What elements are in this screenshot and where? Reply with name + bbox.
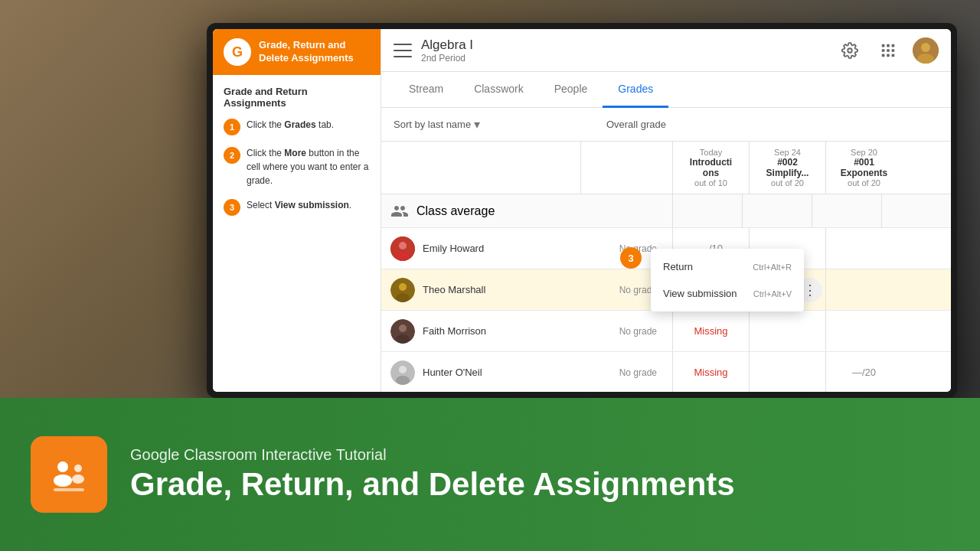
emily-avatar [390,236,415,261]
main-content: Algebra I 2nd Period [381,29,951,392]
emily-grade-3[interactable] [825,228,902,269]
sidebar-header: G Grade, Return andDelete Assignments [213,29,381,75]
assign-2-name: #002Simplify... [756,157,819,178]
svg-point-11 [921,43,930,52]
bottom-subtitle: Google Classroom Interactive Tutorial [130,446,735,464]
svg-point-14 [399,242,407,249]
svg-point-29 [72,474,84,484]
svg-rect-9 [892,54,895,57]
assignment-3-header: Sep 20 #001Exponents out of 20 [825,142,902,194]
class-period: 2nd Period [421,53,836,64]
assign-3-points: out of 20 [832,178,896,187]
class-name: Algebra I [421,37,836,53]
svg-point-21 [396,334,410,344]
faith-overall: No grade [619,326,663,337]
hunter-name: Hunter O'Neil [423,367,612,378]
faith-grade-1[interactable]: Missing [672,311,749,351]
classroom-icon-box [31,436,107,513]
bottom-title: Grade, Return, and Delete Assignments [130,467,735,502]
assign-1-points: out of 10 [679,178,743,187]
hamburger-icon[interactable] [394,44,412,57]
bottom-overlay: Google Classroom Interactive Tutorial Gr… [0,398,980,551]
sort-arrow-icon: ▾ [474,117,480,132]
bottom-text: Google Classroom Interactive Tutorial Gr… [130,446,735,502]
step-3-badge: 3 [620,247,642,269]
hunter-overall: No grade [619,367,663,378]
settings-icon[interactable] [836,37,864,64]
theo-info: Theo Marshall No grade [381,269,672,310]
user-avatar[interactable] [913,37,939,64]
faith-grade-3[interactable] [825,311,902,351]
google-g-icon: G [232,44,243,60]
hunter-grade-2[interactable] [749,352,825,392]
svg-rect-5 [887,49,890,52]
student-row-faith: Faith Morrison No grade Missing [381,311,951,352]
hunter-grade-1[interactable]: Missing [672,352,749,392]
assign-3-date: Sep 20 [832,148,896,157]
step-1-text: Click the Grades tab. [247,118,334,132]
assign-1-date: Today [679,148,743,157]
svg-point-18 [396,293,410,302]
people-group-icon [390,202,409,220]
tab-stream[interactable]: Stream [394,72,459,108]
svg-rect-30 [54,488,84,491]
assign-2-date: Sep 24 [756,148,819,157]
sort-control: Sort by last name ▾ Overall grade [381,108,951,142]
monitor-screen: G Grade, Return andDelete Assignments Gr… [213,29,951,392]
assignment-2-header: Sep 24 #002Simplify... out of 20 [749,142,825,194]
assign-3-name: #001Exponents [832,157,896,178]
hunter-info: Hunter O'Neil No grade [381,352,672,392]
context-menu-view-submission[interactable]: View submission Ctrl+Alt+V [651,280,804,307]
step-3-number: 3 [224,199,240,216]
class-avg-1 [742,194,812,227]
class-avg-2 [812,194,881,227]
step-2: 2 Click the More button in the cell wher… [224,146,370,187]
step-3-text: Select View submission. [247,198,351,212]
return-label: Return [663,261,693,272]
monitor-frame: G Grade, Return andDelete Assignments Gr… [207,23,957,398]
top-bar-actions [836,37,939,64]
assign-2-points: out of 20 [756,178,819,187]
emily-name: Emily Howard [423,243,612,254]
view-submission-shortcut: Ctrl+Alt+V [753,289,792,298]
svg-point-28 [74,465,82,472]
sort-label: Sort by last name [394,119,471,130]
svg-rect-4 [882,49,885,52]
tab-classwork[interactable]: Classwork [459,72,539,108]
sort-select[interactable]: Sort by last name ▾ [394,117,480,132]
svg-rect-1 [882,44,885,47]
class-avg-3 [881,194,951,227]
faith-grade-2[interactable] [749,311,825,351]
apps-grid-icon[interactable] [874,37,902,64]
return-shortcut: Ctrl+Alt+R [753,262,792,272]
svg-rect-7 [882,54,885,57]
step-2-text: Click the More button in the cell where … [247,146,370,187]
class-info: Algebra I 2nd Period [421,37,836,64]
svg-point-26 [57,461,68,472]
class-avg-label: Class average [416,204,495,218]
context-menu: 3 Return Ctrl+Alt+R View submission Ctrl… [651,249,804,311]
top-bar: Algebra I 2nd Period [381,29,951,72]
theo-grade-3[interactable] [825,269,902,310]
step-3: 3 Select View submission. [224,198,370,216]
svg-rect-3 [892,44,895,47]
student-col-header [381,142,580,194]
classroom-icon [46,452,92,497]
faith-name: Faith Morrison [423,325,612,337]
faith-info: Faith Morrison No grade [381,311,672,351]
step-2-number: 2 [224,147,240,164]
tab-grades[interactable]: Grades [603,72,668,108]
svg-rect-6 [892,49,895,52]
class-avg-info: Class average [381,194,672,227]
sidebar-title: Grade, Return andDelete Assignments [259,39,354,65]
hunter-avatar [390,360,415,385]
tab-people[interactable]: People [539,72,603,108]
student-row-hunter: Hunter O'Neil No grade Missing —/20 [381,352,951,392]
hunter-grade-3[interactable]: —/20 [825,352,902,392]
svg-point-15 [396,252,410,261]
svg-rect-8 [887,54,890,57]
overall-grade-label: Overall grade [606,119,666,130]
theo-avatar [390,278,415,302]
context-menu-return[interactable]: Return Ctrl+Alt+R [651,253,804,280]
assignment-1-header: Today Introductions out of 10 [672,142,749,194]
